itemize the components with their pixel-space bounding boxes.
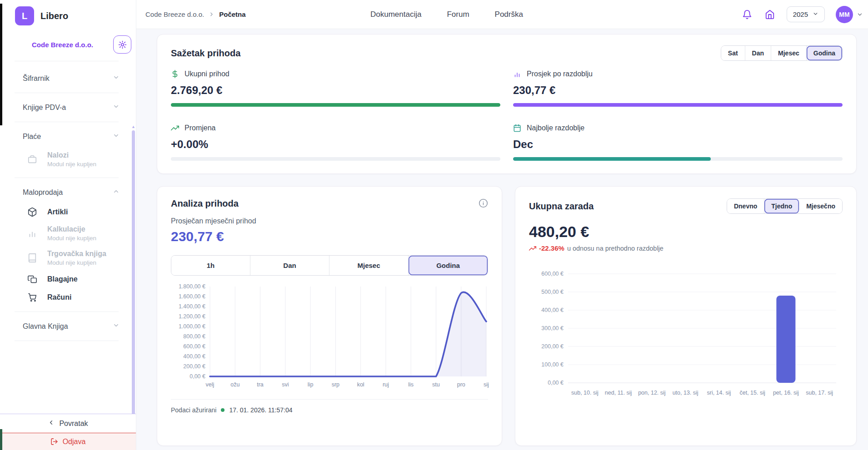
metric-label: Prosjek po razdoblju — [527, 70, 593, 78]
chevron-down-icon — [113, 74, 120, 83]
sidebar-group-glavna-knjiga[interactable]: Glavna Knjiga — [0, 312, 136, 341]
metric-label: Promjena — [185, 124, 215, 132]
trend-down-icon — [529, 245, 536, 252]
item-note: Modul nije kupljen — [47, 235, 96, 242]
bar-chart-icon — [513, 70, 521, 78]
group-label: Glavna Knjiga — [23, 322, 68, 331]
progress-bar — [513, 103, 843, 107]
app-logo: L Libero — [0, 0, 136, 25]
back-label: Povratak — [59, 420, 88, 428]
settings-button[interactable] — [113, 35, 131, 54]
tab-sat[interactable]: Sat — [721, 46, 745, 60]
tab-mjesec[interactable]: Mjesec — [771, 46, 807, 60]
nav-forum[interactable]: Forum — [447, 10, 469, 19]
bar-chart-icon — [27, 228, 37, 238]
notifications-button[interactable] — [741, 9, 753, 20]
tab-mjesec[interactable]: Mjesec — [329, 256, 409, 275]
item-label: Kalkulacije — [47, 225, 96, 233]
logout-button[interactable]: Odjava — [0, 433, 136, 450]
summary-period-tabs: Sat Dan Mjesec Godina — [721, 45, 843, 61]
tab-1h[interactable]: 1h — [171, 256, 250, 275]
back-button[interactable]: Povratak — [0, 414, 136, 433]
earnings-change-suffix: u odnosu na prethodno razdoblje — [567, 245, 663, 252]
gear-icon — [118, 40, 127, 49]
tab-dnevno[interactable]: Dnevno — [727, 199, 764, 213]
divider — [15, 341, 119, 341]
sidebar-item-kalkulacije[interactable]: Kalkulacije Modul nije kupljen — [0, 221, 136, 246]
sidebar-group-place[interactable]: Plaće — [0, 122, 136, 147]
sidebar-group-maloprodaja[interactable]: Maloprodaja — [0, 178, 136, 203]
total-earnings-card: Ukupna zarada Dnevno Tjedno Mjesečno 480… — [515, 186, 857, 446]
metric-best-period: Najbolje razdoblje Dec — [513, 124, 843, 161]
app-page: L Libero Code Breeze d.o.o. Šifrarnik Kn… — [0, 0, 868, 450]
item-label: Računi — [47, 293, 71, 302]
sidebar-item-racuni[interactable]: Računi — [0, 288, 136, 312]
home-button[interactable] — [764, 9, 776, 20]
earnings-title: Ukupna zarada — [529, 201, 594, 212]
sidebar-item-artikli[interactable]: Artikli — [0, 203, 136, 221]
avatar[interactable]: MM — [836, 6, 853, 23]
dashboard-content: Sažetak prihoda Sat Dan Mjesec Godina Uk… — [136, 29, 868, 450]
svg-text:400,00 €: 400,00 € — [183, 353, 205, 360]
top-nav: Dokumentacija Forum Podrška — [370, 10, 523, 19]
sidebar-item-trgovacka-knjiga[interactable]: Trgovačka knjiga Modul nije kupljen — [0, 246, 136, 270]
svg-text:300,00 €: 300,00 € — [541, 325, 564, 331]
company-name[interactable]: Code Breeze d.o.o. — [32, 41, 93, 49]
nav-dokumentacija[interactable]: Dokumentacija — [370, 10, 421, 19]
year-select[interactable]: 2025 — [787, 6, 825, 22]
chevron-down-icon — [113, 322, 120, 331]
tab-tjedno[interactable]: Tjedno — [764, 199, 799, 213]
svg-text:pet, 16. sij: pet, 16. sij — [773, 390, 799, 396]
svg-text:sub, 10. sij: sub, 10. sij — [571, 390, 599, 396]
svg-text:ruj: ruj — [383, 381, 389, 388]
svg-text:200,00 €: 200,00 € — [183, 363, 205, 370]
nav-podrska[interactable]: Podrška — [495, 10, 523, 19]
svg-text:čet, 15. sij: čet, 15. sij — [739, 390, 765, 396]
info-icon — [479, 198, 488, 208]
sidebar-group-knjige-pdva[interactable]: Knjige PDV-a — [0, 93, 136, 122]
svg-text:600,00 €: 600,00 € — [541, 271, 564, 277]
earnings-period-tabs: Dnevno Tjedno Mjesečno — [727, 198, 843, 214]
main-area: Code Breeze d.o.o. Početna Dokumentacija… — [136, 0, 868, 450]
item-label: Nalozi — [47, 151, 96, 159]
svg-text:0,00 €: 0,00 € — [190, 373, 205, 380]
progress-bar — [171, 157, 500, 161]
trend-up-icon — [171, 124, 179, 132]
progress-bar — [513, 157, 843, 161]
analysis-subtitle: Prosječan mjesečni prihod — [171, 217, 488, 225]
info-button[interactable] — [479, 198, 488, 208]
item-note: Modul nije kupljen — [47, 259, 106, 266]
svg-text:lip: lip — [308, 381, 314, 388]
sidebar: L Libero Code Breeze d.o.o. Šifrarnik Kn… — [0, 0, 136, 450]
svg-text:ožu: ožu — [230, 381, 239, 388]
metric-change: Promjena +0.00% — [171, 124, 500, 161]
chevron-right-icon — [209, 11, 215, 17]
svg-text:800,00 €: 800,00 € — [183, 333, 205, 340]
tab-dan[interactable]: Dan — [745, 46, 771, 60]
revenue-summary-card: Sažetak prihoda Sat Dan Mjesec Godina Uk… — [157, 34, 857, 174]
svg-text:pon, 12. sij: pon, 12. sij — [638, 390, 665, 396]
tab-godina[interactable]: Godina — [409, 256, 488, 275]
sidebar-item-nalozi[interactable]: Nalozi Modul nije kupljen — [0, 147, 136, 178]
sidebar-item-blagajne[interactable]: Blagajne — [0, 270, 136, 288]
svg-text:srp: srp — [332, 381, 339, 388]
scrollbar-up-arrow[interactable]: ▲ — [131, 125, 135, 129]
breadcrumb-company[interactable]: Code Breeze d.o.o. — [145, 10, 204, 18]
tab-dan[interactable]: Dan — [250, 256, 329, 275]
tab-godina[interactable]: Godina — [807, 46, 842, 60]
tab-mjesecno[interactable]: Mjesečno — [799, 199, 842, 213]
metric-value: 2.769,20 € — [171, 84, 500, 97]
sidebar-scrollbar[interactable] — [132, 130, 135, 414]
metric-label: Najbolje razdoblje — [527, 124, 584, 132]
sidebar-group-sifrarnik[interactable]: Šifrarnik — [0, 64, 136, 93]
svg-text:1.200,00 €: 1.200,00 € — [179, 313, 205, 320]
revenue-line-chart: veljožutrasvilipsrpkolrujlisstuprosij0,0… — [171, 280, 488, 396]
svg-text:uto, 13. sij: uto, 13. sij — [673, 390, 698, 396]
user-menu[interactable]: MM — [836, 6, 863, 23]
chevron-down-icon — [813, 10, 818, 18]
cart-icon — [27, 292, 37, 302]
logout-label: Odjava — [63, 438, 86, 446]
group-label: Šifrarnik — [23, 74, 50, 83]
svg-text:sij: sij — [484, 381, 489, 388]
earnings-change-percent: -22.36% — [539, 244, 564, 252]
